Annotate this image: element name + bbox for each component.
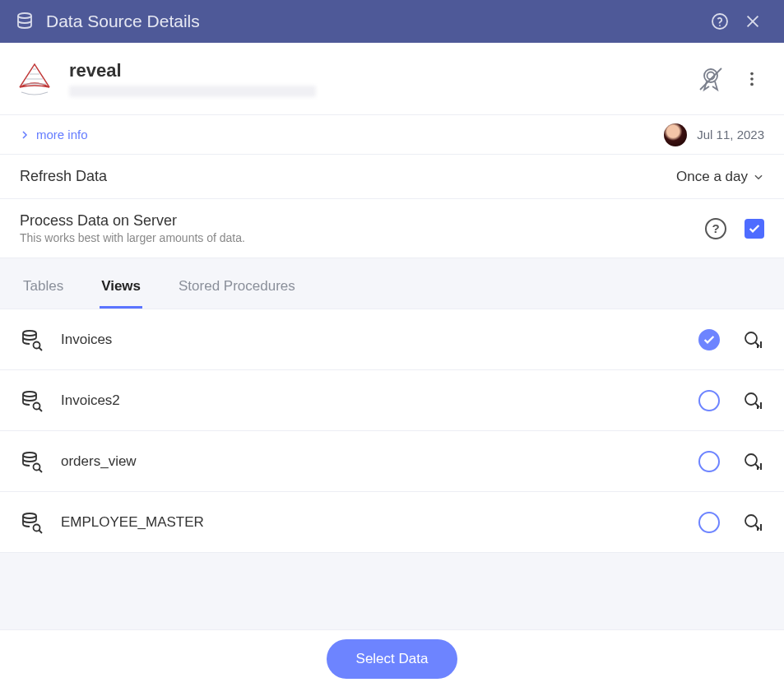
sqlserver-icon xyxy=(15,59,54,99)
views-list: Invoices Invoices2 xyxy=(0,309,784,553)
view-icon xyxy=(20,389,43,412)
preview-data-icon[interactable] xyxy=(741,389,764,412)
svg-point-14 xyxy=(745,393,757,405)
view-name: EMPLOYEE_MASTER xyxy=(61,514,698,531)
view-name: Invoices2 xyxy=(61,392,698,409)
titlebar: Data Source Details xyxy=(0,0,784,43)
view-select-radio[interactable] xyxy=(698,451,720,472)
preview-data-icon[interactable] xyxy=(741,511,764,534)
info-row: more info Jul 11, 2023 xyxy=(0,115,784,155)
svg-point-16 xyxy=(34,463,40,470)
svg-point-20 xyxy=(745,515,757,527)
svg-point-6 xyxy=(750,72,754,75)
datasource-connection-string xyxy=(69,86,316,97)
svg-point-18 xyxy=(23,513,36,518)
close-icon[interactable] xyxy=(736,5,769,38)
svg-point-7 xyxy=(750,77,754,81)
view-name: Invoices xyxy=(61,332,698,348)
process-on-server-row: Process Data on Server This works best w… xyxy=(0,199,784,258)
dialog-title: Data Source Details xyxy=(46,12,703,31)
view-icon xyxy=(20,450,43,473)
refresh-label: Refresh Data xyxy=(20,168,676,185)
help-icon[interactable] xyxy=(703,5,736,38)
view-row[interactable]: Invoices xyxy=(0,309,784,370)
svg-point-2 xyxy=(719,25,721,26)
preview-data-icon[interactable] xyxy=(741,450,764,473)
svg-point-17 xyxy=(745,454,757,466)
tab-stored-procedures[interactable]: Stored Procedures xyxy=(177,263,297,309)
modified-date: Jul 11, 2023 xyxy=(697,128,764,142)
svg-point-12 xyxy=(23,392,36,397)
svg-point-3 xyxy=(704,69,717,82)
view-icon xyxy=(20,328,43,351)
refresh-value-dropdown[interactable]: Once a day xyxy=(676,169,764,185)
process-on-server-help-icon[interactable]: ? xyxy=(705,218,726,239)
select-data-button[interactable]: Select Data xyxy=(327,639,458,679)
refresh-data-row[interactable]: Refresh Data Once a day xyxy=(0,155,784,199)
tab-tables[interactable]: Tables xyxy=(21,263,65,309)
view-row[interactable]: orders_view xyxy=(0,431,784,492)
datasource-header: reveal xyxy=(0,43,784,115)
footer: Select Data xyxy=(0,629,784,687)
certification-icon[interactable] xyxy=(697,65,725,93)
more-info-label: more info xyxy=(36,128,88,142)
svg-point-8 xyxy=(750,82,754,86)
process-on-server-checkbox[interactable] xyxy=(745,219,764,239)
view-row[interactable]: EMPLOYEE_MASTER xyxy=(0,492,784,553)
svg-point-9 xyxy=(23,331,36,336)
tabs-bar: Tables Views Stored Procedures xyxy=(0,258,784,309)
view-row[interactable]: Invoices2 xyxy=(0,370,784,431)
view-name: orders_view xyxy=(61,453,698,470)
process-on-server-label: Process Data on Server xyxy=(20,212,705,230)
datasource-name: reveal xyxy=(69,60,316,81)
tab-views[interactable]: Views xyxy=(100,263,142,309)
view-select-radio[interactable] xyxy=(698,390,720,411)
view-icon xyxy=(20,511,43,534)
svg-point-15 xyxy=(23,453,36,457)
more-info-link[interactable]: more info xyxy=(20,128,88,142)
svg-point-11 xyxy=(745,332,757,344)
svg-point-13 xyxy=(34,402,40,409)
process-on-server-sublabel: This works best with larger amounts of d… xyxy=(20,231,705,244)
view-select-radio[interactable] xyxy=(698,512,720,533)
svg-point-19 xyxy=(34,524,40,531)
preview-data-icon[interactable] xyxy=(741,328,764,351)
view-select-radio[interactable] xyxy=(698,329,720,350)
creator-avatar[interactable] xyxy=(664,123,687,146)
svg-point-10 xyxy=(34,341,40,348)
database-icon xyxy=(15,12,35,31)
more-options-icon[interactable] xyxy=(743,70,761,88)
svg-point-0 xyxy=(18,13,31,18)
